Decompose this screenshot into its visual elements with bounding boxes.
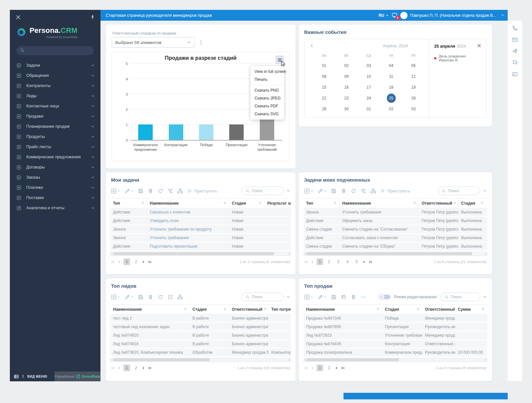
edit-mode-toggle[interactable] bbox=[379, 295, 390, 299]
sidebar-item[interactable]: Заказы bbox=[10, 172, 100, 183]
table-row[interactable]: ДействиеСогласовать заказ с клиентомПетр… bbox=[303, 234, 487, 242]
hierarchy-button[interactable] bbox=[177, 294, 183, 300]
column-header[interactable]: Стадия bbox=[190, 305, 229, 314]
scroll-right-icon[interactable] bbox=[288, 253, 291, 255]
refresh-button[interactable] bbox=[351, 188, 356, 194]
table-row[interactable]: Лид №873620, Компьютерная техникаОбработ… bbox=[110, 348, 291, 357]
scrollbar-track[interactable] bbox=[306, 252, 484, 256]
search-input[interactable]: Поиск bbox=[242, 187, 284, 195]
expand-chevron-icon[interactable] bbox=[483, 189, 487, 193]
column-filter-icon[interactable] bbox=[480, 202, 483, 205]
avatar[interactable] bbox=[400, 12, 408, 19]
chart-bar[interactable] bbox=[229, 124, 244, 140]
prev-page-button[interactable] bbox=[310, 366, 314, 370]
first-page-button[interactable] bbox=[111, 260, 115, 264]
column-filter-icon[interactable] bbox=[454, 202, 456, 205]
language-selector[interactable]: RU bbox=[379, 13, 389, 18]
calendar-day[interactable]: 03 bbox=[402, 103, 425, 114]
calendar-day[interactable]: 18 bbox=[380, 82, 402, 93]
scroll-right-icon[interactable] bbox=[484, 253, 487, 255]
column-filter-icon[interactable] bbox=[223, 202, 226, 205]
last-page-button[interactable] bbox=[341, 366, 345, 370]
column-filter-icon[interactable] bbox=[376, 308, 379, 311]
save-button[interactable] bbox=[138, 294, 144, 300]
chart-menu-item[interactable]: Скачать PNG bbox=[251, 86, 284, 94]
developer-credit[interactable]: Разработано GreenData bbox=[55, 371, 100, 381]
page-number-button[interactable]: 2 bbox=[133, 258, 139, 265]
chart-menu-item[interactable]: Печать bbox=[251, 76, 284, 83]
start-task-button[interactable]: Приступить bbox=[380, 189, 410, 193]
close-icon[interactable] bbox=[477, 44, 481, 48]
table-cell[interactable]: Подготовить презентацию bbox=[147, 244, 229, 249]
page-number-button[interactable]: 1 bbox=[123, 365, 130, 371]
more-button[interactable] bbox=[361, 294, 366, 300]
send-button[interactable] bbox=[512, 48, 518, 54]
column-header[interactable]: Наименование bbox=[303, 305, 382, 314]
sidebar-search-input[interactable] bbox=[16, 46, 94, 55]
chart-menu-item[interactable]: Скачать JPEG bbox=[251, 94, 284, 102]
page-number-button[interactable]: 1 bbox=[123, 258, 130, 265]
table-row[interactable]: Продажа №876436КонтрактацияОтветственный… bbox=[303, 340, 487, 348]
column-header[interactable]: Наименование bbox=[340, 199, 419, 208]
add-button[interactable] bbox=[111, 294, 120, 300]
view-menu-button[interactable]: ВИД МЕНЮ bbox=[10, 371, 55, 381]
scrollbar-track[interactable] bbox=[306, 358, 484, 362]
expand-chevron-icon[interactable] bbox=[483, 295, 487, 299]
calendar-day[interactable]: 10 bbox=[358, 71, 380, 82]
table-cell[interactable]: Уточнить требования по продукту bbox=[147, 227, 229, 232]
table-row[interactable]: Продажа №867695ПрезентацияРуководитель м… bbox=[303, 323, 487, 331]
prev-page-button[interactable] bbox=[117, 366, 121, 370]
sidebar-item[interactable]: Договоры bbox=[10, 162, 100, 172]
column-header[interactable]: Ответственный bbox=[422, 305, 455, 314]
user-name[interactable]: Павлушко П. П. (Начальник отдела продаж … bbox=[410, 13, 498, 18]
table-row[interactable]: ДействиеОформить заказПетров Петр (ppetr… bbox=[303, 217, 487, 225]
add-button[interactable] bbox=[304, 188, 313, 194]
calendar-day[interactable]: 17 bbox=[358, 82, 380, 93]
hierarchy-button[interactable] bbox=[177, 188, 183, 194]
edit-button[interactable] bbox=[318, 188, 327, 194]
calendar-day[interactable]: 02 bbox=[335, 60, 358, 71]
page-number-button[interactable]: 1 bbox=[317, 365, 323, 371]
calendar-day[interactable]: 05 bbox=[402, 60, 425, 71]
column-header[interactable]: Ответственный bbox=[229, 305, 269, 314]
calendar-day[interactable]: 16 bbox=[335, 82, 358, 93]
chat-button[interactable] bbox=[512, 60, 518, 66]
refresh-button[interactable] bbox=[158, 294, 163, 300]
hierarchy-button[interactable] bbox=[370, 188, 376, 194]
next-page-button[interactable] bbox=[142, 366, 145, 370]
table-row[interactable]: ЗвонокУточнить требованияПетров Петр (pp… bbox=[303, 208, 487, 217]
sidebar-item[interactable]: Контрагенты bbox=[10, 81, 100, 91]
table-row[interactable]: ДействиеУтвердить планНовая bbox=[110, 217, 291, 225]
save-button[interactable] bbox=[331, 188, 337, 194]
calendar-day[interactable]: 23 bbox=[335, 93, 358, 103]
last-page-button[interactable] bbox=[148, 260, 152, 264]
expand-chevron-icon[interactable] bbox=[286, 295, 290, 299]
calendar-day[interactable]: 25 bbox=[380, 93, 402, 103]
last-page-button[interactable] bbox=[369, 260, 372, 264]
chart-menu-item[interactable]: Скачать SVG bbox=[251, 110, 284, 118]
sidebar-item[interactable]: Платежи bbox=[10, 183, 100, 193]
calendar-day[interactable]: 24 bbox=[358, 93, 380, 103]
calendar-day[interactable]: 01 bbox=[313, 60, 335, 71]
scroll-right-icon[interactable] bbox=[288, 359, 291, 361]
column-header[interactable]: Результат зад bbox=[265, 199, 291, 208]
column-header[interactable]: Тип потребно bbox=[269, 305, 291, 314]
sidebar-close-icon[interactable] bbox=[16, 15, 21, 20]
sidebar-item[interactable]: Обращения bbox=[10, 71, 100, 81]
table-row[interactable]: тестовый лид назнаение задачВ работеБизн… bbox=[110, 323, 291, 331]
calendar-day[interactable]: 12 bbox=[402, 71, 425, 82]
column-filter-icon[interactable] bbox=[259, 202, 262, 205]
edit-button[interactable] bbox=[318, 294, 327, 300]
scrollbar-track[interactable] bbox=[113, 358, 288, 362]
scroll-left-icon[interactable] bbox=[111, 359, 113, 361]
sidebar-item[interactable]: Лиды bbox=[10, 91, 100, 101]
column-header[interactable]: Тип bbox=[110, 199, 147, 208]
column-filter-icon[interactable] bbox=[413, 202, 416, 205]
table-cell[interactable]: Уточнить требования bbox=[147, 235, 229, 240]
sidebar-item[interactable]: Продукты bbox=[10, 132, 100, 142]
responsible-select[interactable]: Выбрано 59 элементов bbox=[112, 37, 194, 48]
calendar-day[interactable]: 09 bbox=[335, 71, 358, 82]
sidebar-item[interactable]: Поставки bbox=[10, 193, 100, 203]
page-number-button[interactable]: 4 bbox=[344, 258, 351, 265]
filter-button[interactable] bbox=[167, 188, 173, 194]
